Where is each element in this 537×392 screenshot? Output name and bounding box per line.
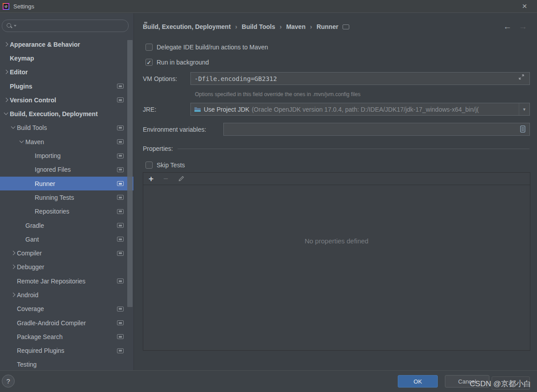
breadcrumb-item-build-tools[interactable]: Build Tools xyxy=(242,23,275,30)
settings-page-icon xyxy=(117,97,124,102)
chevron-spacer xyxy=(10,278,17,285)
checkbox-run-in-background[interactable]: ✓Run in background xyxy=(145,58,209,66)
search-icon[interactable] xyxy=(6,23,12,29)
chevron-right-icon[interactable] xyxy=(3,69,10,76)
checkbox-checked-icon[interactable]: ✓ xyxy=(145,59,153,66)
sidebar-item-gradle[interactable]: Gradle xyxy=(0,218,133,232)
sidebar-item-label: Gradle-Android Compiler xyxy=(17,319,86,327)
sidebar-item-build-execution-deployment[interactable]: Build, Execution, Deployment xyxy=(0,107,133,121)
browse-variables-icon[interactable] xyxy=(520,125,525,133)
sidebar-item-label: Build, Execution, Deployment xyxy=(10,110,98,117)
checkbox-unchecked-icon[interactable] xyxy=(145,44,153,51)
sidebar-item-testing[interactable]: Testing xyxy=(0,358,133,370)
sidebar-item-label: Runner xyxy=(35,180,55,187)
chevron-spacer xyxy=(10,305,17,312)
checkbox-label: Skip Tests xyxy=(157,162,185,169)
breadcrumb-item-build-execution-deployment[interactable]: Build, Execution, Deployment xyxy=(143,23,231,30)
settings-page-icon xyxy=(117,139,124,144)
sidebar-item-runner[interactable]: Runner xyxy=(0,177,133,190)
breadcrumb-item-runner[interactable]: Runner xyxy=(316,23,338,30)
vm-options-label: VM Options: xyxy=(143,75,177,82)
window-title: Settings xyxy=(13,3,34,10)
jre-label: JRE: xyxy=(143,106,156,113)
sidebar-item-running-tests[interactable]: Running Tests xyxy=(0,190,133,204)
sidebar-scrollbar[interactable] xyxy=(127,40,133,307)
ok-button[interactable]: OK xyxy=(398,375,438,388)
search-input[interactable] xyxy=(20,23,124,29)
help-icon[interactable]: ? xyxy=(2,375,15,388)
remove-icon: − xyxy=(163,174,168,183)
sidebar-item-package-search[interactable]: Package Search xyxy=(0,330,133,344)
sidebar-item-ignored-files[interactable]: Ignored Files xyxy=(0,163,133,177)
settings-page-icon xyxy=(117,125,124,130)
chevron-spacer xyxy=(18,236,25,243)
settings-page-icon xyxy=(117,223,124,228)
chevron-spacer xyxy=(28,208,35,215)
sidebar-item-label: Required Plugins xyxy=(17,347,65,354)
sidebar-item-android[interactable]: Android xyxy=(0,288,133,302)
checkbox-label: Delegate IDE build/run actions to Maven xyxy=(157,44,268,51)
chevron-spacer xyxy=(10,361,17,368)
jre-selected-detail: (Oracle OpenJDK version 17.0.4, path: D:… xyxy=(252,106,519,113)
expand-field-icon[interactable] xyxy=(518,74,525,80)
sidebar-item-version-control[interactable]: Version Control xyxy=(0,93,133,107)
back-icon[interactable]: ← xyxy=(503,22,512,32)
sidebar-item-label: Compiler xyxy=(17,250,42,257)
chevron-down-icon[interactable] xyxy=(3,110,10,117)
jdk-folder-icon xyxy=(194,106,201,113)
sidebar-item-gant[interactable]: Gant xyxy=(0,232,133,246)
sidebar-item-editor[interactable]: Editor xyxy=(0,65,133,79)
sidebar-item-build-tools[interactable]: Build Tools xyxy=(0,121,133,135)
sidebar-item-label: Gant xyxy=(25,236,39,243)
properties-table: + − No properties defined xyxy=(143,172,530,351)
properties-toolbar: + − xyxy=(143,173,530,185)
settings-page-icon xyxy=(117,154,124,158)
sidebar-item-keymap[interactable]: Keymap xyxy=(0,51,133,65)
settings-main-panel: Build, Execution, Deployment›Build Tools… xyxy=(133,13,537,370)
breadcrumb: Build, Execution, Deployment›Build Tools… xyxy=(143,20,349,33)
sidebar-item-coverage[interactable]: Coverage xyxy=(0,302,133,316)
sidebar-item-plugins[interactable]: Plugins xyxy=(0,79,133,93)
settings-page-icon xyxy=(117,320,124,325)
cancel-button[interactable]: Cancel xyxy=(445,375,489,388)
settings-page-icon xyxy=(117,167,124,172)
chevron-spacer xyxy=(10,319,17,327)
chevron-right-icon[interactable] xyxy=(10,250,17,257)
search-history-arrow-icon[interactable] xyxy=(14,25,16,27)
sidebar-item-remote-jar-repositories[interactable]: Remote Jar Repositories xyxy=(0,274,133,288)
chevron-spacer xyxy=(3,55,10,62)
chevron-right-icon[interactable] xyxy=(3,97,10,104)
sidebar-item-compiler[interactable]: Compiler xyxy=(0,246,133,260)
sidebar-item-required-plugins[interactable]: Required Plugins xyxy=(0,344,133,358)
chevron-spacer xyxy=(28,180,35,187)
sidebar-item-appearance-behavior[interactable]: Appearance & Behavior xyxy=(0,37,133,51)
sidebar-item-importing[interactable]: Importing xyxy=(0,149,133,162)
environment-variables-input[interactable] xyxy=(223,123,530,136)
sidebar-item-debugger[interactable]: Debugger xyxy=(0,260,133,274)
chevron-down-icon[interactable] xyxy=(10,124,17,131)
sidebar-item-maven[interactable]: Maven xyxy=(0,135,133,149)
sidebar-item-label: Ignored Files xyxy=(35,166,71,173)
history-nav: ← → xyxy=(503,20,527,33)
jre-combobox[interactable]: Use Project JDK (Oracle OpenJDK version … xyxy=(190,103,530,116)
sidebar-item-gradle-android-compiler[interactable]: Gradle-Android Compiler xyxy=(0,316,133,330)
settings-page-icon xyxy=(117,237,124,242)
vm-options-input[interactable] xyxy=(190,72,530,85)
chevron-right-icon[interactable] xyxy=(10,263,17,271)
breadcrumb-item-maven[interactable]: Maven xyxy=(286,23,306,30)
sidebar-item-label: Android xyxy=(17,291,38,299)
checkbox-unchecked-icon[interactable] xyxy=(145,162,153,169)
breadcrumb-separator: › xyxy=(310,23,312,30)
search-box[interactable] xyxy=(2,20,129,32)
close-icon[interactable]: × xyxy=(517,0,532,12)
checkbox-delegate-ide-build-run-actions-to-maven[interactable]: Delegate IDE build/run actions to Maven xyxy=(145,43,268,51)
apply-button[interactable] xyxy=(492,376,530,390)
checkbox-skip-tests[interactable]: Skip Tests xyxy=(145,161,185,169)
dropdown-arrow-icon[interactable]: ▼ xyxy=(519,103,529,115)
sidebar-item-repositories[interactable]: Repositories xyxy=(0,205,133,218)
chevron-right-icon[interactable] xyxy=(3,41,10,48)
add-icon[interactable]: + xyxy=(149,174,153,183)
chevron-down-icon[interactable] xyxy=(18,138,25,145)
chevron-spacer xyxy=(28,194,35,201)
chevron-right-icon[interactable] xyxy=(10,291,17,299)
